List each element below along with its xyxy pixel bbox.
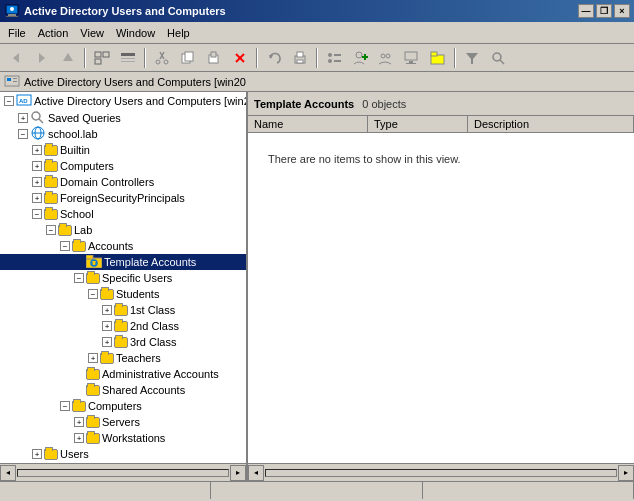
maximize-button[interactable]: ❐ [596, 4, 612, 18]
properties-button[interactable] [322, 47, 346, 69]
expand-teachers[interactable]: + [88, 353, 98, 363]
tree-item-admin-accounts[interactable]: Administrative Accounts [0, 366, 246, 382]
new-computer-button[interactable] [400, 47, 424, 69]
expand-lab[interactable]: − [46, 225, 56, 235]
tree-item-2nd-class[interactable]: + 2nd Class [0, 318, 246, 334]
tree-item-schoollab[interactable]: − school.lab [0, 126, 246, 142]
delete-button[interactable] [228, 47, 252, 69]
tree-item-users[interactable]: + Users [0, 446, 246, 462]
cut-button[interactable] [150, 47, 174, 69]
separator-1 [84, 48, 86, 68]
builtin-label: Builtin [60, 144, 90, 156]
col-header-type[interactable]: Type [368, 116, 468, 132]
menu-action[interactable]: Action [32, 25, 75, 41]
expand-builtin[interactable]: + [32, 145, 42, 155]
svg-rect-11 [121, 58, 135, 59]
tree-scroll-track[interactable] [17, 469, 229, 477]
find-button[interactable] [486, 47, 510, 69]
expand-root[interactable]: − [4, 96, 14, 106]
teachers-label: Teachers [116, 352, 161, 364]
col-header-name[interactable]: Name [248, 116, 368, 132]
scroll-left-btn[interactable]: ◂ [0, 465, 16, 481]
tree-item-school[interactable]: − School [0, 206, 246, 222]
expand-school[interactable]: − [32, 209, 42, 219]
expand-workstations[interactable]: + [74, 433, 84, 443]
tree-item-computers-lab[interactable]: − Computers [0, 398, 246, 414]
shared-accounts-icon [86, 385, 102, 396]
close-button[interactable]: × [614, 4, 630, 18]
tree-item-template-accounts[interactable]: U Template Accounts [0, 254, 246, 270]
content-scroll-track[interactable] [265, 469, 617, 477]
svg-marker-41 [466, 53, 478, 64]
expand-saved-queries[interactable]: + [18, 113, 28, 123]
details-button[interactable] [116, 47, 140, 69]
svg-rect-56 [86, 255, 93, 259]
accounts-icon [72, 241, 88, 252]
new-ou-button[interactable] [426, 47, 450, 69]
svg-point-28 [328, 59, 332, 63]
expand-fsp[interactable]: + [32, 193, 42, 203]
scroll-right-btn[interactable]: ▸ [230, 465, 246, 481]
col-header-description[interactable]: Description [468, 116, 634, 132]
tree-root-item[interactable]: − AD Active Directory Users and Computer… [0, 92, 246, 110]
filter-button[interactable] [460, 47, 484, 69]
tree-item-computers-root[interactable]: + Computers [0, 158, 246, 174]
tree-item-shared-accounts[interactable]: Shared Accounts [0, 382, 246, 398]
content-scroll-right-btn[interactable]: ▸ [618, 465, 634, 481]
template-accounts-icon: U [86, 255, 102, 270]
expand-users[interactable]: + [32, 449, 42, 459]
tree-item-students[interactable]: − Students [0, 286, 246, 302]
expand-domain-controllers[interactable]: + [32, 177, 42, 187]
expand-computers-lab[interactable]: − [60, 401, 70, 411]
breadcrumb-bar: Active Directory Users and Computers [wi… [0, 72, 634, 92]
tree-item-3rd-class[interactable]: + 3rd Class [0, 334, 246, 350]
saved-queries-icon [30, 110, 46, 126]
menu-view[interactable]: View [74, 25, 110, 41]
expand-2nd-class[interactable]: + [102, 321, 112, 331]
menu-window[interactable]: Window [110, 25, 161, 41]
new-group-button[interactable] [374, 47, 398, 69]
expand-schoollab[interactable]: − [18, 129, 28, 139]
expand-specific-users[interactable]: − [74, 273, 84, 283]
expand-servers[interactable]: + [74, 417, 84, 427]
content-header-title: Template Accounts [254, 98, 354, 110]
tree-item-saved-queries[interactable]: + Saved Queries [0, 110, 246, 126]
up-button[interactable] [56, 47, 80, 69]
tree-item-1st-class[interactable]: + 1st Class [0, 302, 246, 318]
expand-accounts[interactable]: − [60, 241, 70, 251]
svg-point-35 [386, 54, 390, 58]
expand-students[interactable]: − [88, 289, 98, 299]
show-hide-button[interactable] [90, 47, 114, 69]
fsp-label: ForeignSecurityPrincipals [60, 192, 185, 204]
expand-1st-class[interactable]: + [102, 305, 112, 315]
teachers-icon [100, 353, 116, 364]
menu-file[interactable]: File [2, 25, 32, 41]
paste-button[interactable] [202, 47, 226, 69]
svg-rect-7 [95, 52, 101, 57]
undo-button[interactable] [262, 47, 286, 69]
minimize-button[interactable]: — [578, 4, 594, 18]
builtin-icon [44, 145, 60, 156]
expand-computers-root[interactable]: + [32, 161, 42, 171]
tree-item-lab[interactable]: − Lab [0, 222, 246, 238]
svg-rect-1 [8, 14, 16, 16]
tree-item-builtin[interactable]: + Builtin [0, 142, 246, 158]
tree-item-servers[interactable]: + Servers [0, 414, 246, 430]
tree-item-accounts[interactable]: − Accounts [0, 238, 246, 254]
menu-help[interactable]: Help [161, 25, 196, 41]
back-button[interactable] [4, 47, 28, 69]
tree-item-specific-users[interactable]: − Specific Users [0, 270, 246, 286]
content-header: Template Accounts 0 objects [248, 92, 634, 116]
expand-3rd-class[interactable]: + [102, 337, 112, 347]
tree-item-workstations[interactable]: + Workstations [0, 430, 246, 446]
tree-item-fsp[interactable]: + ForeignSecurityPrincipals [0, 190, 246, 206]
tree-item-teachers[interactable]: + Teachers [0, 350, 246, 366]
forward-button[interactable] [30, 47, 54, 69]
content-scroll-left-btn[interactable]: ◂ [248, 465, 264, 481]
print-button[interactable] [288, 47, 312, 69]
1st-class-icon [114, 305, 130, 316]
students-label: Students [116, 288, 159, 300]
new-user-button[interactable] [348, 47, 372, 69]
tree-item-domain-controllers[interactable]: + Domain Controllers [0, 174, 246, 190]
copy-button[interactable] [176, 47, 200, 69]
